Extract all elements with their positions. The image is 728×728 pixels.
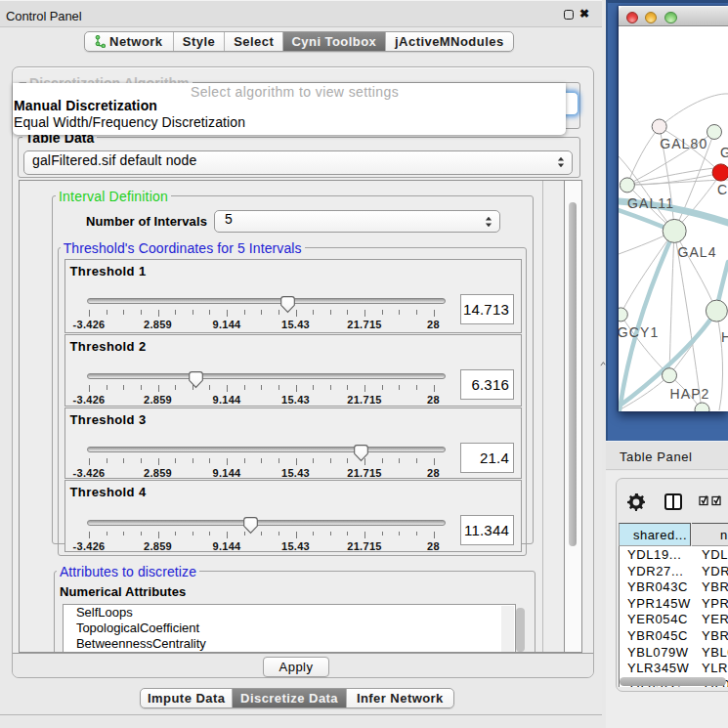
svg-text:HAP2: HAP2 — [670, 386, 710, 402]
svg-text:HI: HI — [721, 329, 728, 345]
svg-text:GAL11: GAL11 — [627, 195, 674, 211]
svg-text:GAL80: GAL80 — [660, 136, 707, 151]
svg-text:GA: GA — [720, 145, 728, 160]
svg-text:GAL4: GAL4 — [677, 244, 716, 260]
svg-text:CY: CY — [717, 182, 728, 197]
svg-text:GCY1: GCY1 — [619, 324, 659, 340]
